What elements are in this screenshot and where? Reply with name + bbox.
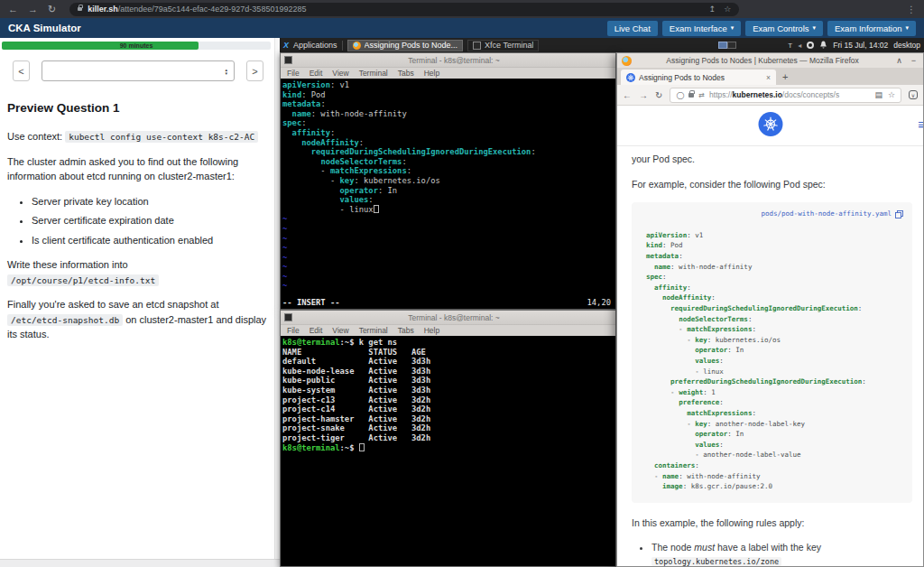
menu-item-file[interactable]: File	[287, 326, 300, 335]
hamburger-menu-icon[interactable]: ≡	[918, 116, 923, 132]
bookmark-star-icon[interactable]: ☆	[888, 90, 895, 99]
reload-icon[interactable]: ↻	[48, 5, 56, 14]
menu-item-tabs[interactable]: Tabs	[398, 69, 414, 78]
header-button-exam-information[interactable]: Exam Information▾	[827, 21, 916, 36]
question-select[interactable]: ▴▾	[42, 60, 235, 81]
terminal-line: kube-node-lease Active 3d3h	[282, 367, 615, 376]
forward-icon[interactable]: →	[639, 90, 648, 100]
taskbar-window-terminal[interactable]: Xfce Terminal	[467, 40, 539, 51]
docs-para-1: your Pod spec.	[632, 153, 914, 166]
tracking-shield-icon[interactable]: ◯	[676, 91, 684, 99]
header-button-exam-interface[interactable]: Exam Interface▾	[662, 21, 741, 36]
terminal-line: ~	[282, 224, 615, 234]
menu-item-help[interactable]: Help	[424, 69, 439, 78]
final-pre: Finally you're asked to save an etcd sna…	[7, 299, 218, 310]
close-tab-icon[interactable]: ×	[766, 73, 771, 82]
share-icon[interactable]: ↥	[709, 5, 716, 14]
shade-window-icon[interactable]: ∧	[893, 56, 905, 65]
taskbar-separator	[342, 41, 343, 51]
prev-question-button[interactable]: <	[13, 60, 30, 81]
exam-header: CKA Simulator Live ChatExam Interface▾Ex…	[0, 18, 924, 38]
menu-item-view[interactable]: View	[332, 326, 348, 335]
header-button-live-chat[interactable]: Live Chat	[607, 21, 658, 36]
terminal-line: ~	[282, 253, 615, 263]
terminal-line: - key: kubernetes.io/os	[646, 335, 907, 346]
url-path: /attendee/79a5c144-efac-4e29-927d-358501…	[118, 5, 307, 14]
firefox-window-title: Assigning Pods to Nodes | Kubernetes — M…	[635, 56, 890, 65]
forward-icon[interactable]: →	[28, 5, 38, 14]
permissions-icon: ⇄	[698, 91, 705, 99]
terminal-icon	[473, 42, 481, 50]
terminal-line: kube-public Active 3d3h	[282, 376, 615, 386]
terminal-line: operator: In	[646, 345, 907, 356]
menu-item-view[interactable]: View	[332, 69, 348, 78]
menu-item-terminal[interactable]: Terminal	[359, 69, 388, 78]
use-context-code: kubectl config use-context k8s-c2-AC	[65, 131, 258, 143]
clock[interactable]: Fri 15 Jul, 14:02	[833, 41, 888, 50]
bookmark-star-icon[interactable]: ☆	[724, 5, 731, 14]
terminal-line: operator: In	[282, 186, 615, 196]
terminal1-titlebar[interactable]: Terminal - k8s@terminal: ~	[281, 53, 615, 67]
tray-collapse-icon[interactable]: ◂	[798, 42, 801, 50]
terminal-line: matchExpressions:	[646, 408, 907, 419]
terminal-line: ~	[282, 272, 615, 282]
terminal-line: affinity:	[646, 283, 907, 293]
kubernetes-logo[interactable]	[758, 112, 782, 136]
header-button-exam-controls[interactable]: Exam Controls▾	[745, 21, 823, 36]
new-tab-icon[interactable]: +	[782, 71, 788, 82]
code-filename-link[interactable]: pods/pod-with-node-affinity.yaml	[762, 209, 892, 219]
terminal-line: apiVersion: v1	[282, 80, 615, 90]
terminal-line: nodeAffinity:	[282, 138, 615, 148]
remote-desktop: X Applications Assigning Pods to Node...…	[280, 38, 924, 567]
menu-item-terminal[interactable]: Terminal	[359, 326, 388, 335]
terminal-line: nodeSelectorTerms:	[646, 314, 907, 325]
snapshot-path-code: /etc/etcd-snapshot.db	[7, 314, 123, 326]
exam-header-buttons: Live ChatExam Interface▾Exam Controls▾Ex…	[607, 21, 916, 36]
firefox-content: ≡ your Pod spec. For example, consider t…	[617, 106, 923, 566]
menu-item-file[interactable]: File	[287, 69, 300, 78]
question-bullet: Is client certificate authentication ena…	[32, 233, 267, 248]
menu-item-tabs[interactable]: Tabs	[398, 326, 414, 335]
back-icon[interactable]: ←	[623, 90, 632, 100]
notification-bell-icon[interactable]	[819, 41, 827, 50]
firefox-address-bar[interactable]: ◯ ⇄ https://kubernetes.io/docs/concepts/…	[670, 88, 901, 103]
firefox-navbar: ← → ↻ ◯ ⇄ https://kubernetes.io/docs/con…	[617, 85, 923, 106]
terminal1-screen[interactable]: apiVersion: v1kind: Podmetadata: name: w…	[281, 79, 615, 309]
reader-view-icon[interactable]: ▤	[874, 90, 882, 99]
menu-item-edit[interactable]: Edit	[310, 69, 323, 78]
workspace-1[interactable]	[718, 42, 727, 49]
firefox-titlebar[interactable]: Assigning Pods to Nodes | Kubernetes — M…	[617, 53, 923, 68]
taskbar-window-firefox[interactable]: Assigning Pods to Node...	[347, 40, 464, 51]
code-block-header: pods/pod-with-node-affinity.yaml	[633, 208, 907, 230]
terminal2-titlebar[interactable]: Terminal - k8s@terminal: ~	[281, 311, 615, 324]
url-path: /docs/concepts/s	[782, 90, 839, 99]
menu-item-edit[interactable]: Edit	[310, 326, 323, 335]
terminal-line: metadata:	[282, 99, 615, 109]
tray-status-icon[interactable]	[807, 42, 814, 49]
terminal-line: spec:	[646, 272, 907, 283]
back-icon[interactable]: ←	[8, 5, 18, 14]
pocket-icon[interactable]: ∨	[909, 90, 918, 99]
terminal-line: preferredDuringSchedulingIgnoredDuringEx…	[646, 376, 907, 387]
browser-menu-icon[interactable]: ⋮	[907, 5, 916, 14]
reload-icon[interactable]: ↻	[655, 90, 662, 100]
keyboard-layout-icon[interactable]: T	[788, 42, 792, 50]
applications-menu[interactable]: Applications	[293, 41, 337, 50]
next-question-button[interactable]: >	[246, 60, 263, 81]
menu-item-help[interactable]: Help	[424, 326, 439, 335]
terminal-line: nodeAffinity:	[646, 293, 907, 303]
terminal-line: kind: Pod	[646, 240, 907, 251]
address-bar[interactable]: killer.sh/attendee/79a5c144-efac-4e29-92…	[69, 3, 739, 16]
copy-icon[interactable]	[895, 210, 903, 218]
workspace-2[interactable]	[727, 42, 736, 49]
terminal2-screen[interactable]: k8s@terminal:~$ k get nsNAME STATUS AGEd…	[281, 336, 615, 566]
chevron-down-icon: ▾	[905, 24, 909, 32]
terminal2-menubar: FileEditViewTerminalTabsHelp	[281, 324, 615, 336]
tab-assigning-pods[interactable]: Assigning Pods to Nodes ×	[621, 70, 776, 85]
taskbar-tray: T ◂ Fri 15 Jul, 14:02 desktop	[788, 41, 920, 50]
terminal-line: NAME STATUS AGE	[282, 348, 615, 358]
terminal-line: ~	[282, 234, 615, 244]
minimize-window-icon[interactable]: −	[909, 56, 919, 65]
workspace-pager[interactable]	[718, 42, 736, 49]
app-title: CKA Simulator	[8, 23, 81, 33]
